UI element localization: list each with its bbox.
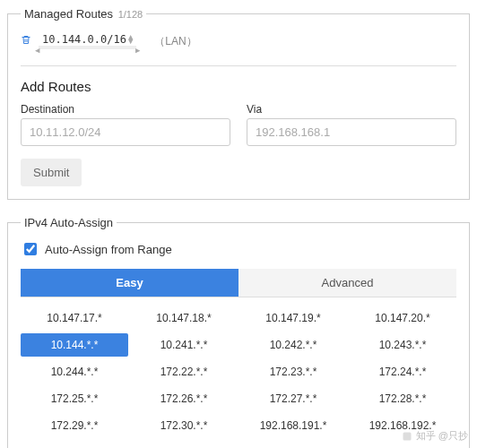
svg-rect-0: [403, 432, 411, 440]
range-option[interactable]: 10.147.20.*: [349, 306, 456, 330]
range-option[interactable]: 172.25.*.*: [21, 387, 128, 410]
range-option[interactable]: 172.22.*.*: [130, 360, 238, 383]
range-option[interactable]: 10.147.19.*: [239, 306, 347, 330]
add-routes-title: Add Routes: [21, 79, 456, 94]
ipv4-auto-assign-panel: IPv4 Auto-Assign Auto-Assign from Range …: [7, 216, 470, 448]
range-option[interactable]: 10.147.17.*: [21, 306, 128, 330]
range-option[interactable]: 172.28.*.*: [349, 387, 456, 410]
range-option[interactable]: 10.144.*.*: [21, 333, 128, 357]
managed-routes-title: Managed Routes: [24, 7, 113, 21]
range-option[interactable]: 172.26.*.*: [130, 387, 238, 410]
route-cidr: 10.144.0.0/16: [42, 33, 126, 46]
tab-easy[interactable]: Easy: [21, 269, 238, 297]
destination-input[interactable]: [21, 118, 230, 146]
scroll-right-icon[interactable]: ▶: [134, 46, 142, 55]
range-option[interactable]: 192.168.193.*: [21, 441, 128, 448]
ipv4-auto-assign-legend: IPv4 Auto-Assign: [21, 216, 117, 229]
range-option[interactable]: 10.241.*.*: [130, 333, 238, 357]
route-note: （LAN）: [154, 34, 196, 49]
managed-routes-count: 1/128: [118, 9, 143, 20]
range-option[interactable]: 172.23.*.*: [239, 360, 347, 383]
managed-routes-panel: Managed Routes 1/128 ◀ 10.144.0.0/16 ▲▼ …: [7, 7, 470, 200]
trash-icon[interactable]: [21, 34, 31, 48]
range-tabs: Easy Advanced: [21, 269, 456, 297]
destination-label: Destination: [21, 103, 230, 116]
watermark: 知乎 @只抄: [402, 429, 468, 443]
range-option[interactable]: 10.242.*.*: [239, 333, 347, 357]
via-input[interactable]: [247, 118, 456, 146]
range-option[interactable]: 10.147.18.*: [130, 306, 238, 330]
managed-routes-legend: Managed Routes 1/128: [21, 7, 146, 21]
submit-button[interactable]: Submit: [21, 159, 82, 186]
range-option[interactable]: 172.24.*.*: [349, 360, 456, 383]
range-grid: 10.147.17.*10.147.18.*10.147.19.*10.147.…: [21, 306, 456, 448]
watermark-text: 知乎 @只抄: [416, 429, 468, 443]
auto-assign-checkbox-row[interactable]: Auto-Assign from Range: [21, 240, 456, 258]
tab-advanced[interactable]: Advanced: [238, 269, 456, 297]
divider: [21, 65, 456, 66]
range-option[interactable]: 10.244.*.*: [21, 360, 128, 383]
via-label: Via: [247, 103, 456, 116]
range-option[interactable]: 192.168.194.*: [130, 441, 238, 448]
route-cidr-chip[interactable]: ◀ 10.144.0.0/16 ▲▼ ▶: [39, 33, 136, 49]
auto-assign-checkbox-label: Auto-Assign from Range: [45, 243, 172, 256]
range-option[interactable]: 192.168.195.*: [239, 441, 347, 448]
stepper-icon[interactable]: ▲▼: [128, 35, 133, 44]
auto-assign-checkbox[interactable]: [24, 243, 37, 255]
range-option[interactable]: 172.29.*.*: [21, 414, 128, 437]
scroll-left-icon[interactable]: ◀: [33, 46, 41, 55]
range-option[interactable]: 10.243.*.*: [349, 333, 456, 357]
add-routes-form: Destination Via: [21, 103, 456, 146]
range-option[interactable]: 172.27.*.*: [239, 387, 347, 410]
route-entry: ◀ 10.144.0.0/16 ▲▼ ▶ （LAN）: [21, 31, 456, 58]
range-option[interactable]: 192.168.191.*: [239, 414, 347, 437]
range-option[interactable]: 172.30.*.*: [130, 414, 238, 437]
